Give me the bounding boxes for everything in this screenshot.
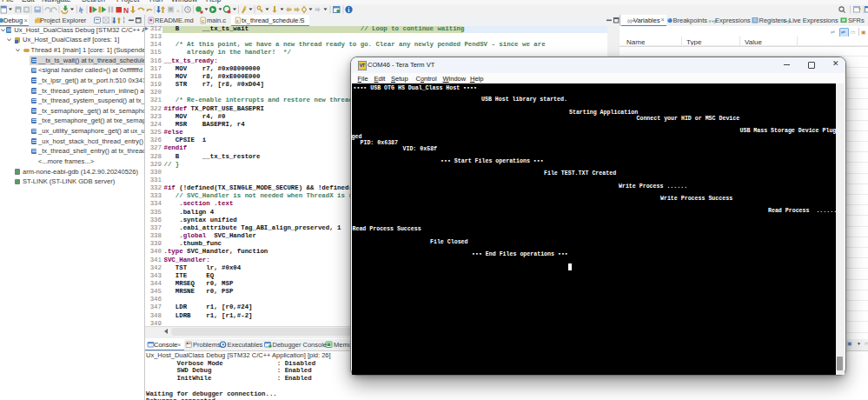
svg-text:i: i <box>348 6 349 14</box>
svg-text:N: N <box>123 6 129 15</box>
svg-text:×: × <box>176 7 181 15</box>
svg-text:c: c <box>202 18 204 23</box>
